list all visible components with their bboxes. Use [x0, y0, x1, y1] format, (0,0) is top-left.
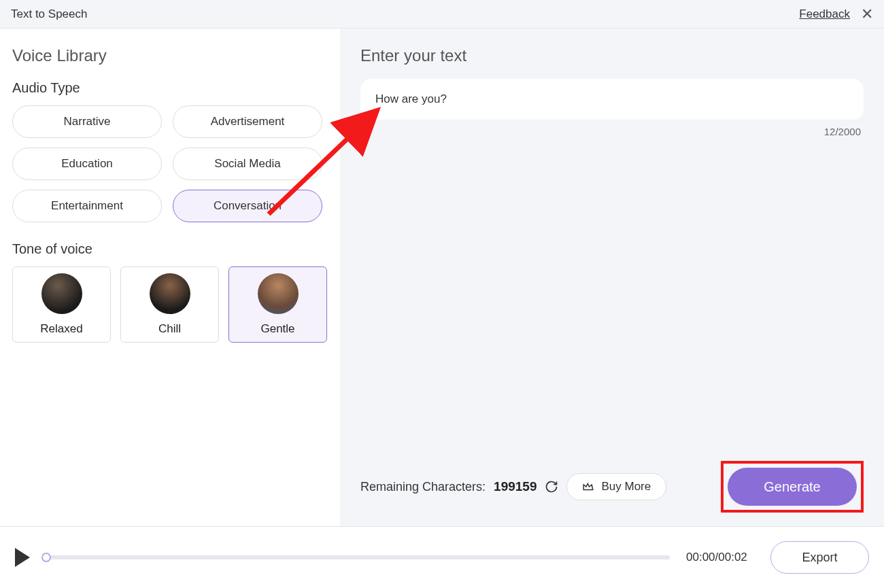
- right-panel: Enter your text How are you? 12/2000 Rem…: [340, 29, 884, 526]
- generate-highlight: Generate: [721, 461, 864, 513]
- tone-label: Chill: [158, 322, 181, 336]
- audio-type-advertisement[interactable]: Advertisement: [173, 105, 322, 138]
- play-icon: [15, 548, 30, 567]
- remaining-group: Remaining Characters: 199159 Buy More: [360, 473, 666, 500]
- play-button[interactable]: [15, 548, 30, 567]
- enter-text-title: Enter your text: [360, 46, 864, 65]
- header-bar: Text to Speech Feedback ✕: [0, 0, 884, 29]
- remaining-count: 199159: [494, 479, 537, 494]
- app-title: Text to Speech: [11, 7, 87, 21]
- audio-type-social-media[interactable]: Social Media: [173, 148, 322, 180]
- tone-label: Gentle: [260, 322, 294, 336]
- close-icon[interactable]: ✕: [861, 7, 873, 22]
- progress-track[interactable]: [46, 555, 670, 559]
- feedback-link[interactable]: Feedback: [799, 7, 850, 21]
- text-box-wrap: How are you? 12/2000: [360, 79, 864, 120]
- bottom-row: Remaining Characters: 199159 Buy More Ge…: [360, 461, 864, 513]
- generate-button[interactable]: Generate: [728, 468, 857, 506]
- remaining-label: Remaining Characters:: [360, 480, 486, 494]
- main-area: Voice Library Audio Type Narrative Adver…: [0, 29, 884, 527]
- audio-type-title: Audio Type: [12, 80, 328, 96]
- tone-title: Tone of voice: [12, 241, 328, 257]
- buy-more-label: Buy More: [601, 480, 651, 494]
- export-button[interactable]: Export: [770, 541, 869, 574]
- text-input[interactable]: How are you?: [360, 79, 864, 120]
- tone-relaxed[interactable]: Relaxed: [12, 266, 111, 343]
- player-bar: 00:00/00:02 Export: [0, 527, 884, 588]
- header-right: Feedback ✕: [799, 7, 873, 22]
- voice-library-title: Voice Library: [12, 46, 328, 65]
- tone-chill[interactable]: Chill: [120, 266, 219, 343]
- buy-more-button[interactable]: Buy More: [566, 473, 666, 500]
- audio-type-grid: Narrative Advertisement Education Social…: [12, 105, 328, 222]
- tone-gentle[interactable]: Gentle: [228, 266, 327, 343]
- avatar-icon: [150, 273, 190, 314]
- avatar-icon: [258, 273, 299, 314]
- audio-type-narrative[interactable]: Narrative: [12, 105, 162, 138]
- refresh-icon[interactable]: [545, 480, 558, 494]
- avatar-icon: [41, 273, 82, 314]
- track-wrap: [46, 555, 670, 559]
- tone-grid: Relaxed Chill Gentle: [12, 266, 328, 343]
- audio-type-education[interactable]: Education: [12, 148, 162, 180]
- left-panel: Voice Library Audio Type Narrative Adver…: [0, 29, 340, 526]
- progress-thumb[interactable]: [41, 553, 51, 562]
- time-label: 00:00/00:02: [686, 551, 754, 564]
- audio-type-conversation[interactable]: Conversation: [173, 190, 322, 222]
- char-count: 12/2000: [824, 126, 861, 137]
- crown-icon: [582, 481, 594, 493]
- tone-label: Relaxed: [40, 322, 82, 336]
- audio-type-entertainment[interactable]: Entertainment: [12, 190, 162, 222]
